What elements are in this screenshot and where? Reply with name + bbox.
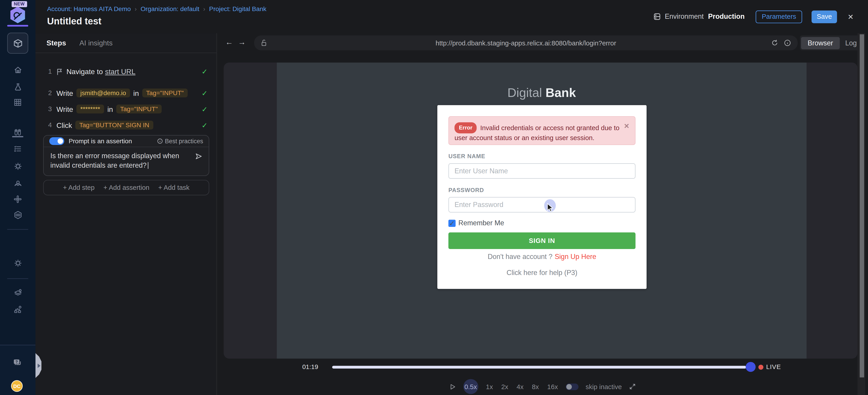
remember-me-row[interactable]: ✓ Remember Me [448,219,636,227]
browser-chrome: ← → http://prod.dbank.staging-apps.relic… [217,33,868,52]
parameters-button[interactable]: Parameters [756,10,802,23]
fullscreen-icon[interactable] [629,383,636,390]
steps-tabs: Steps AI insights [35,33,217,53]
step-action: Click [57,121,72,129]
speed-2x[interactable]: 2x [501,382,509,392]
sidebar-item-chaos[interactable] [13,210,23,220]
help-link[interactable]: Click here for help (P3) [448,269,636,276]
step-value-chip[interactable]: jsmith@demo.io [76,89,130,97]
play-icon[interactable] [449,383,456,390]
slack-icon [13,195,22,204]
harness-logo-icon[interactable] [9,6,26,23]
speed-16x[interactable]: 16x [547,382,558,392]
step-passed-icon: ✓ [202,121,208,129]
sidebar-item-grid[interactable] [13,97,23,107]
gear-icon [13,161,23,171]
skip-inactive-toggle[interactable] [566,383,579,390]
save-button[interactable]: Save [811,10,837,23]
step-target-chip[interactable]: Tag="INPUT" [116,105,162,113]
error-message: Invalid credentials or access not grante… [455,124,620,142]
checklist-icon [13,144,22,153]
live-label: LIVE [766,364,781,370]
speed-0-5x[interactable]: 0.5x [463,379,478,394]
send-prompt-icon[interactable] [194,152,203,163]
sidebar-item-org-structure[interactable] [13,304,23,314]
password-field[interactable] [448,197,636,212]
timestamp: 01:19 [302,364,318,370]
best-practices-link[interactable]: Best practices [157,138,203,144]
forward-icon[interactable]: → [238,38,246,46]
browser-panel: ← → http://prod.dbank.staging-apps.relic… [217,33,868,395]
home-icon [13,65,23,74]
replayed-webpage: Digital Bank ErrorInvalid credentials or… [277,63,807,359]
step-value-chip[interactable]: ******** [76,105,104,113]
environment-label: Environment [665,13,704,20]
step-row-1[interactable]: 1 Navigate to start URL ✓ [35,65,217,77]
hexagon-infinity-icon [13,210,23,220]
assertion-prompt-box: Prompt is an assertion Best practices Is… [43,135,209,176]
tab-steps[interactable]: Steps [46,39,66,47]
playback-controls: 0.5x 1x 2x 4x 8x 16x skip inactive [217,379,868,394]
live-dot-icon [758,365,763,370]
sidebar-item-integrations[interactable] [13,194,23,204]
url-bar[interactable]: http://prod.dbank.staging-apps.relicx.ai… [254,35,798,51]
url-text[interactable]: http://prod.dbank.staging-apps.relicx.ai… [254,39,798,47]
refresh-icon[interactable] [771,39,778,48]
skip-inactive-label: skip inactive [586,383,622,390]
top-header: Account: Harness AITA Demo › Organizatio… [35,0,868,33]
step-row-2[interactable]: 2 Write jsmith@demo.io in Tag="INPUT" ✓ [35,87,217,99]
sidebar-item-default-settings[interactable] [13,288,23,298]
scrollbar[interactable] [858,33,865,395]
chevron-right-icon: › [203,5,205,12]
sidebar-active-underline [12,136,23,137]
step-row-4[interactable]: 4 Click Tag="BUTTON" SIGN IN ✓ [35,119,217,131]
tab-browser[interactable]: Browser [801,37,840,49]
signup-link[interactable]: Sign Up Here [555,253,596,261]
add-assertion-button[interactable]: + Add assertion [103,184,149,191]
sidebar-item-project-settings[interactable] [13,258,23,268]
password-label: PASSWORD [448,187,636,193]
logo-accent-divider [7,25,28,26]
environment-value[interactable]: Production [708,13,745,20]
sidebar-item-checklist[interactable] [13,144,23,154]
info-icon[interactable] [784,39,791,48]
sidebar-item-home[interactable] [13,65,23,75]
start-url-link[interactable]: start URL [105,67,135,76]
chevron-right-icon [37,363,40,368]
checkbox-checked-icon[interactable]: ✓ [448,220,456,227]
assertion-toggle[interactable] [49,137,64,145]
speed-8x[interactable]: 8x [531,382,539,392]
page-title: Untitled test [47,16,101,27]
close-icon[interactable]: ✕ [848,12,854,21]
add-task-button[interactable]: + Add task [158,184,189,191]
signup-text: Don't have account ? [488,253,553,261]
step-row-3[interactable]: 3 Write ******** in Tag="INPUT" ✓ [35,103,217,115]
sidebar-item-modules[interactable] [7,33,28,54]
sidebar-item-settings[interactable] [13,161,23,171]
step-number: 1 [48,68,53,75]
user-avatar[interactable]: DC [11,380,23,392]
new-badge: NEW [11,1,27,7]
tab-ai-insights[interactable]: AI insights [79,39,113,47]
step-connector: in [133,89,139,97]
scrollbar-thumb[interactable] [860,34,864,377]
speed-1x[interactable]: 1x [485,382,493,392]
username-field[interactable] [448,163,636,179]
steps-panel: Steps AI insights 1 Navigate to start UR… [35,33,217,395]
sidebar-item-incognito[interactable] [13,177,23,188]
timeline-thumb[interactable] [746,362,756,372]
breadcrumb-project[interactable]: Project: Digital Bank [209,5,267,12]
alert-close-icon[interactable]: ✕ [624,122,629,131]
back-icon[interactable]: ← [225,38,233,46]
sign-in-button[interactable]: SIGN IN [448,233,636,249]
add-step-button[interactable]: + Add step [63,184,95,191]
step-target-chip[interactable]: Tag="BUTTON" SIGN IN [75,121,153,130]
breadcrumb-account[interactable]: Account: Harness AITA Demo [47,5,131,12]
assertion-prompt-input[interactable]: Is there an error message displayed when… [43,147,193,170]
timeline-track[interactable] [332,366,746,368]
speed-4x[interactable]: 4x [516,382,524,392]
sidebar-item-experiments[interactable] [13,82,23,92]
breadcrumb-organization[interactable]: Organization: default [141,5,199,12]
step-target-chip[interactable]: Tag="INPUT" [142,89,188,97]
help-button[interactable]: ? [13,358,23,367]
